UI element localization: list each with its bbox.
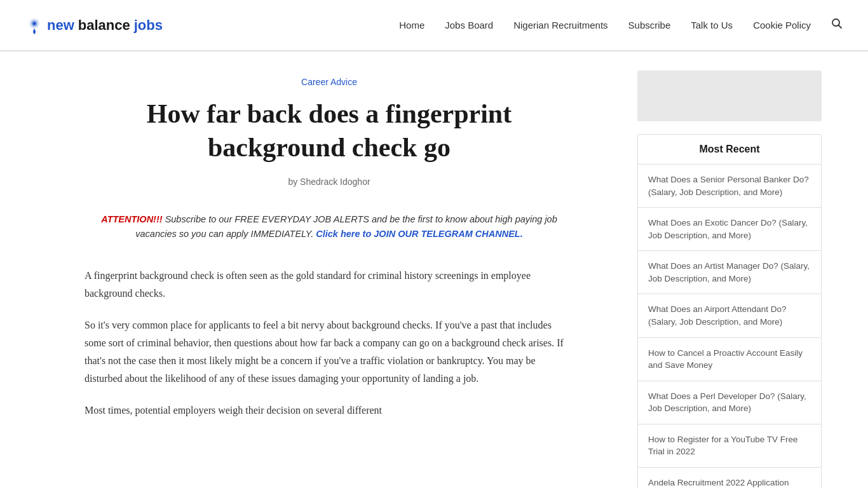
telegram-link[interactable]: Click here to JOIN OUR TELEGRAM CHANNEL. xyxy=(316,229,522,239)
recent-item-6[interactable]: What Does a Perl Developer Do? (Salary, … xyxy=(638,381,821,424)
search-icon[interactable] xyxy=(831,18,843,32)
recent-link-6[interactable]: What Does a Perl Developer Do? (Salary, … xyxy=(648,390,811,415)
logo-new: new xyxy=(47,17,74,34)
svg-point-2 xyxy=(33,22,36,25)
recent-item-2[interactable]: What Does an Exotic Dancer Do? (Salary, … xyxy=(638,208,821,251)
site-logo[interactable]: newbalancejobs xyxy=(25,17,163,34)
logo-balance: balance xyxy=(78,17,130,34)
recent-item-4[interactable]: What Does an Airport Attendant Do? (Sala… xyxy=(638,294,821,337)
nav-talk-to-us[interactable]: Talk to Us xyxy=(691,20,733,30)
most-recent-title: Most Recent xyxy=(638,135,821,165)
nav-nigerian-recruitments[interactable]: Nigerian Recruitments xyxy=(513,20,607,30)
nav-home[interactable]: Home xyxy=(399,20,424,30)
recent-link-4[interactable]: What Does an Airport Attendant Do? (Sala… xyxy=(648,303,811,328)
recent-item-5[interactable]: How to Cancel a Proactiv Account Easily … xyxy=(638,338,821,381)
recent-link-7[interactable]: How to Register for a YouTube TV Free Tr… xyxy=(648,433,811,458)
recent-link-2[interactable]: What Does an Exotic Dancer Do? (Salary, … xyxy=(648,217,811,241)
site-header: newbalancejobs Home Jobs Board Nigerian … xyxy=(0,0,868,51)
recent-link-3[interactable]: What Does an Artist Manager Do? (Salary,… xyxy=(648,260,811,285)
attention-label: ATTENTION!!! xyxy=(101,214,162,224)
recent-item-3[interactable]: What Does an Artist Manager Do? (Salary,… xyxy=(638,251,821,294)
most-recent-box: Most Recent What Does a Senior Personal … xyxy=(637,134,822,488)
sidebar: Most Recent What Does a Senior Personal … xyxy=(637,64,822,488)
logo-icon xyxy=(25,17,43,34)
recent-item-7[interactable]: How to Register for a YouTube TV Free Tr… xyxy=(638,424,821,468)
main-nav: Home Jobs Board Nigerian Recruitments Su… xyxy=(399,18,843,32)
recent-link-5[interactable]: How to Cancel a Proactiv Account Easily … xyxy=(648,347,811,372)
logo-jobs: jobs xyxy=(134,17,163,34)
attention-box: ATTENTION!!! Subscribe to our FREE EVERY… xyxy=(85,206,574,248)
article-title: How far back does a fingerprint backgrou… xyxy=(85,97,574,164)
nav-jobs-board[interactable]: Jobs Board xyxy=(445,20,493,30)
recent-item-1[interactable]: What Does a Senior Personal Banker Do? (… xyxy=(638,165,821,208)
page-wrapper: Career Advice How far back does a finger… xyxy=(21,51,847,488)
recent-link-8[interactable]: Andela Recruitment 2022 Application xyxy=(648,477,811,488)
nav-subscribe[interactable]: Subscribe xyxy=(628,20,671,30)
paragraph-1: A fingerprint background check is often … xyxy=(85,267,574,302)
author-line: by Shedrack Idoghor xyxy=(85,177,574,187)
main-content: Career Advice How far back does a finger… xyxy=(46,64,612,488)
sidebar-ad xyxy=(637,71,822,121)
article-body: A fingerprint background check is often … xyxy=(85,267,574,419)
svg-line-4 xyxy=(839,25,842,29)
nav-cookie-policy[interactable]: Cookie Policy xyxy=(753,20,811,30)
recent-item-8[interactable]: Andela Recruitment 2022 Application xyxy=(638,468,821,488)
paragraph-3: Most times, potential employers weigh th… xyxy=(85,402,574,419)
category-link[interactable]: Career Advice xyxy=(85,77,574,87)
paragraph-2: So it's very common place for applicants… xyxy=(85,316,574,388)
recent-link-1[interactable]: What Does a Senior Personal Banker Do? (… xyxy=(648,173,811,198)
